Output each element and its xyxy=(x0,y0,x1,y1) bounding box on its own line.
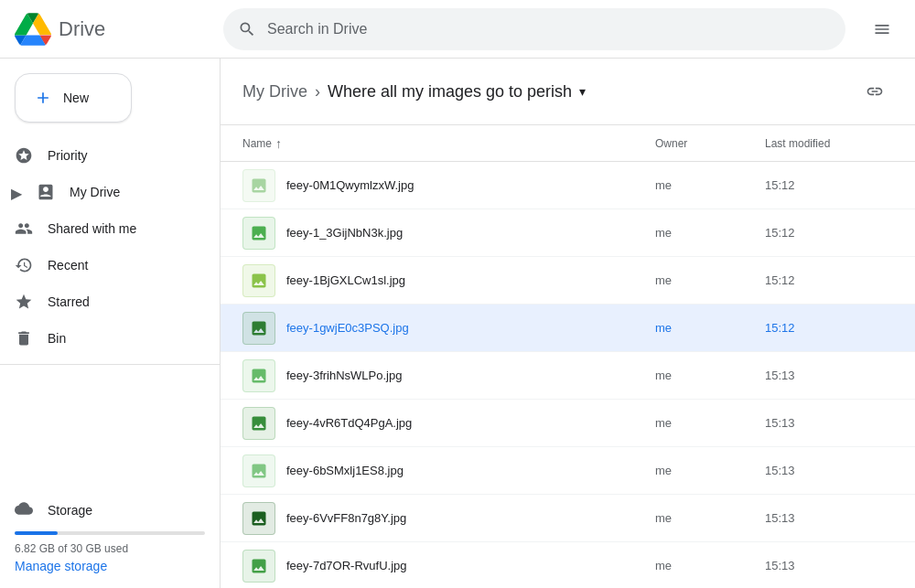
image-icon xyxy=(250,367,268,385)
file-owner: me xyxy=(655,321,765,335)
file-owner: me xyxy=(655,416,765,430)
table-row[interactable]: feey-3frihNsWLPo.jpg me 15:13 xyxy=(221,352,915,400)
file-name: feey-1BjGXLCw1sl.jpg xyxy=(286,273,655,287)
file-modified: 15:13 xyxy=(765,464,893,477)
table-row[interactable]: feey-6VvFF8n7g8Y.jpg me 15:13 xyxy=(221,495,915,542)
col-modified-label: Last modified xyxy=(765,137,830,150)
file-thumbnail xyxy=(242,550,275,583)
storage-bar-fill xyxy=(15,531,58,535)
main-layout: New Priority ▶ My Drive Shared with me xyxy=(0,59,915,588)
file-owner: me xyxy=(655,178,765,192)
file-thumbnail xyxy=(242,407,275,440)
sidebar-divider xyxy=(0,364,220,365)
table-row[interactable]: feey-1_3GijNbN3k.jpg me 15:12 xyxy=(221,209,915,257)
storage-label-row: Storage xyxy=(15,499,205,520)
file-owner: me xyxy=(655,511,765,525)
table-row[interactable]: feey-6bSMxlj1ES8.jpg me 15:13 xyxy=(221,447,915,495)
file-modified: 15:13 xyxy=(765,559,893,572)
file-name: feey-4vR6TdQ4PgA.jpg xyxy=(286,416,655,430)
sidebar-item-starred[interactable]: Starred xyxy=(0,283,205,320)
col-name-header[interactable]: Name ↑ xyxy=(242,136,655,151)
file-name: feey-7d7OR-RvufU.jpg xyxy=(286,559,655,572)
sidebar-item-starred-label: Starred xyxy=(48,294,90,309)
image-icon xyxy=(250,557,268,575)
settings-icon xyxy=(873,20,891,38)
sidebar-item-priority-label: Priority xyxy=(48,148,88,163)
file-modified: 15:13 xyxy=(765,416,893,430)
sidebar-item-my-drive-label: My Drive xyxy=(70,185,120,199)
settings-icon-button[interactable] xyxy=(864,11,900,48)
cloud-icon xyxy=(15,499,33,520)
search-icon xyxy=(238,20,256,38)
breadcrumb-current[interactable]: Where all my images go to perish ▾ xyxy=(328,82,586,102)
breadcrumb-current-label: Where all my images go to perish xyxy=(328,82,572,102)
storage-bar-background xyxy=(15,531,205,535)
recent-icon xyxy=(15,256,33,274)
image-icon xyxy=(250,176,268,195)
search-input[interactable] xyxy=(267,21,831,37)
file-table: Name ↑ Owner Last modified feey-0M1Qwyml… xyxy=(221,125,915,588)
table-row[interactable]: feey-1gwjE0c3PSQ.jpg me 15:12 xyxy=(221,305,915,352)
sidebar-item-shared[interactable]: Shared with me xyxy=(0,210,205,247)
sidebar-item-bin[interactable]: Bin xyxy=(0,320,205,357)
image-icon xyxy=(250,509,268,528)
col-name-label: Name xyxy=(242,137,272,150)
file-thumbnail xyxy=(242,502,275,535)
priority-icon xyxy=(15,146,33,165)
storage-used-label: 6.82 GB of 30 GB used xyxy=(15,542,205,555)
app-header: Drive xyxy=(0,0,915,59)
file-name: feey-1_3GijNbN3k.jpg xyxy=(286,226,655,240)
link-icon xyxy=(866,82,884,101)
sidebar-item-priority[interactable]: Priority xyxy=(0,137,205,174)
table-row[interactable]: feey-0M1QwymlzxW.jpg me 15:12 xyxy=(221,162,915,209)
file-name: feey-6bSMxlj1ES8.jpg xyxy=(286,464,655,477)
breadcrumb-actions xyxy=(856,73,893,110)
file-thumbnail xyxy=(242,217,275,250)
main-content: My Drive › Where all my images go to per… xyxy=(220,59,915,588)
file-owner: me xyxy=(655,273,765,287)
col-owner-label: Owner xyxy=(655,137,687,150)
file-owner: me xyxy=(655,369,765,382)
file-rows-container: feey-0M1QwymlzxW.jpg me 15:12 feey-1_3Gi… xyxy=(221,162,915,588)
sidebar-item-shared-label: Shared with me xyxy=(48,221,136,236)
copy-link-button[interactable] xyxy=(856,73,893,110)
sidebar-item-my-drive[interactable]: ▶ My Drive xyxy=(0,174,205,210)
file-thumbnail xyxy=(242,264,275,297)
logo-area: Drive xyxy=(15,11,216,48)
file-name: feey-1gwjE0c3PSQ.jpg xyxy=(286,321,655,335)
file-thumbnail xyxy=(242,454,275,487)
sort-arrow-icon: ↑ xyxy=(275,136,282,151)
table-row[interactable]: feey-4vR6TdQ4PgA.jpg me 15:13 xyxy=(221,400,915,447)
manage-storage-link[interactable]: Manage storage xyxy=(15,559,205,573)
file-thumbnail xyxy=(242,359,275,392)
image-icon xyxy=(250,462,268,480)
sidebar-item-recent[interactable]: Recent xyxy=(0,247,205,283)
my-drive-icon xyxy=(37,183,55,201)
file-modified: 15:13 xyxy=(765,369,893,382)
breadcrumb-parent[interactable]: My Drive xyxy=(242,82,307,102)
image-icon xyxy=(250,272,268,290)
breadcrumb: My Drive › Where all my images go to per… xyxy=(221,59,915,125)
search-bar[interactable] xyxy=(223,8,845,50)
storage-title-label: Storage xyxy=(48,503,92,518)
file-owner: me xyxy=(655,226,765,240)
file-name: feey-0M1QwymlzxW.jpg xyxy=(286,178,655,192)
file-name: feey-6VvFF8n7g8Y.jpg xyxy=(286,511,655,525)
table-header: Name ↑ Owner Last modified xyxy=(221,125,915,162)
breadcrumb-separator-icon: › xyxy=(315,82,320,102)
table-row[interactable]: feey-1BjGXLCw1sl.jpg me 15:12 xyxy=(221,257,915,305)
file-name: feey-3frihNsWLPo.jpg xyxy=(286,369,655,382)
file-owner: me xyxy=(655,464,765,477)
table-row[interactable]: feey-7d7OR-RvufU.jpg me 15:13 xyxy=(221,542,915,588)
col-modified-header: Last modified xyxy=(765,137,893,150)
storage-section: Storage 6.82 GB of 30 GB used Manage sto… xyxy=(0,485,220,581)
header-actions xyxy=(864,11,900,48)
new-button-label: New xyxy=(63,91,89,105)
file-modified: 15:13 xyxy=(765,511,893,525)
new-button[interactable]: New xyxy=(15,73,132,123)
file-modified: 15:12 xyxy=(765,178,893,192)
breadcrumb-dropdown-icon: ▾ xyxy=(579,84,586,99)
file-thumbnail xyxy=(242,169,275,202)
sidebar-item-bin-label: Bin xyxy=(48,331,66,346)
star-icon xyxy=(15,293,33,311)
